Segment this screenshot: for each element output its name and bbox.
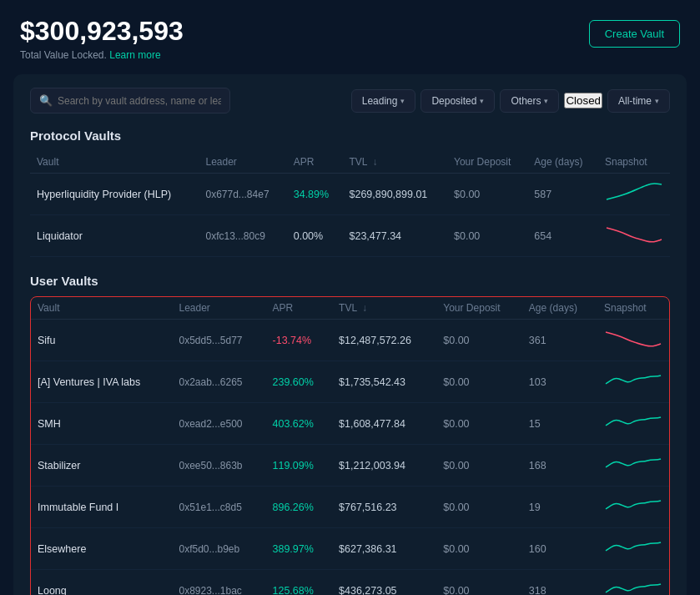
sort-arrow-icon: ↓ — [362, 302, 367, 314]
snapshot-cell — [597, 445, 669, 487]
protocol-vaults-title: Protocol Vaults — [30, 129, 670, 143]
user-vaults-body: Sifu 0x5dd5...5d77 -13.74% $12,487,572.2… — [31, 320, 669, 595]
deposit-value: $0.00 — [436, 445, 522, 487]
user-vaults-section: User Vaults Vault Leader APR TVL ↓ Your … — [30, 274, 670, 595]
age-value: 15 — [522, 403, 597, 445]
table-row[interactable]: [A] Ventures | IVA labs 0x2aab...6265 23… — [31, 361, 669, 403]
learn-more-link[interactable]: Learn more — [109, 49, 160, 61]
table-row[interactable]: Stabilizer 0xee50...863b 119.09% $1,212,… — [31, 445, 669, 487]
deposit-value: $0.00 — [436, 528, 522, 570]
tvl-section: $300,923,593 Total Value Locked. Learn m… — [20, 17, 184, 61]
chevron-down-icon: ▾ — [655, 97, 659, 105]
tvl-value: $269,890,899.01 — [342, 174, 447, 215]
user-vaults-table: Vault Leader APR TVL ↓ Your Deposit Age … — [31, 297, 669, 595]
vault-name: Loong — [31, 570, 172, 595]
table-row[interactable]: Loong 0x8923...1bac 125.68% $436,273.05 … — [31, 570, 669, 595]
table-row[interactable]: Immutable Fund I 0x51e1...c8d5 896.26% $… — [31, 487, 669, 528]
deposit-value: $0.00 — [436, 320, 522, 361]
vault-name: SMH — [31, 403, 172, 445]
snapshot-cell — [597, 361, 669, 403]
main-content: 🔍 Leading ▾ Deposited ▾ Others ▾ Closed … — [13, 74, 687, 595]
table-row[interactable]: SMH 0xead2...e500 403.62% $1,608,477.84 … — [31, 403, 669, 445]
age-value: 361 — [522, 320, 597, 361]
col-deposit: Your Deposit — [447, 151, 527, 174]
table-row[interactable]: Liquidator 0xfc13...80c9 0.00% $23,477.3… — [30, 215, 670, 257]
deposit-value: $0.00 — [447, 215, 527, 257]
tvl-value: $23,477.34 — [342, 215, 447, 257]
deposit-value: $0.00 — [436, 361, 522, 403]
leader-address: 0x5dd5...5d77 — [172, 320, 265, 361]
protocol-vaults-table: Vault Leader APR TVL ↓ Your Deposit Age … — [30, 151, 670, 257]
vault-name: Immutable Fund I — [31, 487, 172, 528]
apr-value: 34.89% — [287, 174, 343, 215]
search-box: 🔍 — [30, 88, 230, 113]
snapshot-cell — [597, 528, 669, 570]
protocol-vaults-body: Hyperliquidity Provider (HLP) 0x677d...8… — [30, 174, 670, 257]
tvl-value: $436,273.05 — [332, 570, 436, 595]
chevron-down-icon: ▾ — [400, 97, 405, 105]
col-apr: APR — [266, 297, 333, 320]
alltime-filter-button[interactable]: All-time ▾ — [607, 89, 670, 113]
col-vault: Vault — [31, 297, 172, 320]
tvl-value: $1,735,542.43 — [332, 361, 436, 403]
leader-address: 0x8923...1bac — [172, 570, 265, 595]
age-value: 160 — [522, 528, 597, 570]
col-snapshot: Snapshot — [598, 151, 670, 174]
apr-value: 239.60% — [266, 361, 333, 403]
apr-value: 0.00% — [287, 215, 343, 257]
user-vaults-table-wrapper: Vault Leader APR TVL ↓ Your Deposit Age … — [30, 296, 670, 595]
filters-row: 🔍 Leading ▾ Deposited ▾ Others ▾ Closed … — [30, 88, 670, 113]
leader-address: 0x677d...84e7 — [199, 174, 287, 215]
create-vault-button[interactable]: Create Vault — [589, 20, 680, 48]
table-row[interactable]: Hyperliquidity Provider (HLP) 0x677d...8… — [30, 174, 670, 215]
apr-value: 403.62% — [266, 403, 333, 445]
tvl-value: $1,212,003.94 — [332, 445, 436, 487]
search-input[interactable] — [58, 95, 221, 107]
deposit-value: $0.00 — [436, 487, 522, 528]
col-leader: Leader — [172, 297, 265, 320]
apr-value: 896.26% — [266, 487, 333, 528]
others-filter-button[interactable]: Others ▾ — [500, 89, 559, 113]
age-value: 587 — [527, 174, 598, 215]
closed-filter-button[interactable]: Closed — [564, 93, 602, 108]
tvl-value: $627,386.31 — [332, 528, 436, 570]
snapshot-cell — [598, 215, 670, 257]
snapshot-cell — [597, 487, 669, 528]
tvl-value: $1,608,477.84 — [332, 403, 436, 445]
tvl-amount: $300,923,593 — [20, 17, 184, 46]
header: $300,923,593 Total Value Locked. Learn m… — [0, 0, 700, 74]
age-value: 19 — [522, 487, 597, 528]
vault-name: Sifu — [31, 320, 172, 361]
leading-filter-button[interactable]: Leading ▾ — [351, 89, 416, 113]
sort-arrow-icon: ↓ — [372, 156, 377, 168]
table-row[interactable]: Sifu 0x5dd5...5d77 -13.74% $12,487,572.2… — [31, 320, 669, 361]
leader-address: 0xead2...e500 — [172, 403, 265, 445]
apr-value: -13.74% — [266, 320, 333, 361]
deposit-value: $0.00 — [436, 403, 522, 445]
vault-name: Stabilizer — [31, 445, 172, 487]
vault-name: Elsewhere — [31, 528, 172, 570]
tvl-value: $12,487,572.26 — [332, 320, 436, 361]
snapshot-cell — [597, 403, 669, 445]
col-tvl[interactable]: TVL ↓ — [332, 297, 436, 320]
col-deposit: Your Deposit — [436, 297, 522, 320]
protocol-vaults-header: Vault Leader APR TVL ↓ Your Deposit Age … — [30, 151, 670, 174]
col-age: Age (days) — [522, 297, 597, 320]
vault-name: Liquidator — [30, 215, 199, 257]
col-tvl[interactable]: TVL ↓ — [342, 151, 447, 174]
col-vault: Vault — [30, 151, 199, 174]
apr-value: 119.09% — [266, 445, 333, 487]
col-snapshot: Snapshot — [597, 297, 669, 320]
table-row[interactable]: Elsewhere 0xf5d0...b9eb 389.97% $627,386… — [31, 528, 669, 570]
leader-address: 0xee50...863b — [172, 445, 265, 487]
deposit-value: $0.00 — [436, 570, 522, 595]
user-vaults-title: User Vaults — [30, 274, 670, 288]
deposited-filter-button[interactable]: Deposited ▾ — [421, 89, 495, 113]
filter-buttons: Leading ▾ Deposited ▾ Others ▾ Closed Al… — [351, 89, 670, 113]
snapshot-cell — [597, 570, 669, 595]
tvl-value: $767,516.23 — [332, 487, 436, 528]
leader-address: 0xfc13...80c9 — [199, 215, 287, 257]
user-vaults-header: Vault Leader APR TVL ↓ Your Deposit Age … — [31, 297, 669, 320]
leader-address: 0xf5d0...b9eb — [172, 528, 265, 570]
snapshot-cell — [597, 320, 669, 361]
